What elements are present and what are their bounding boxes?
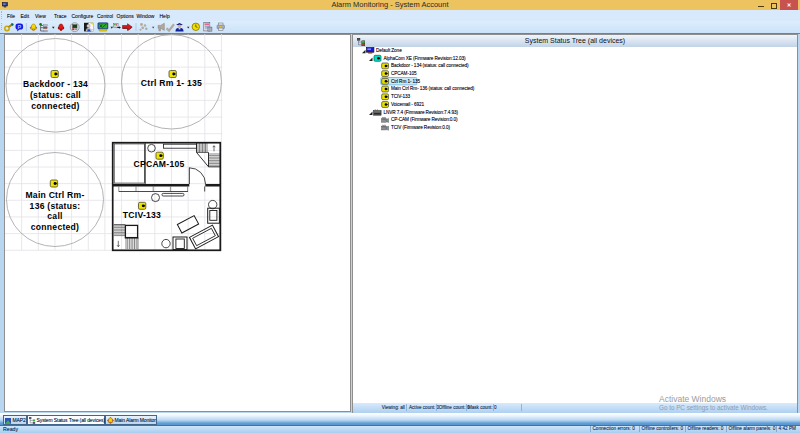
svg-text:connected): connected) <box>31 222 79 232</box>
svg-text:136 (status:: 136 (status: <box>30 201 81 211</box>
svg-text:TCIV-133: TCIV-133 <box>123 210 161 220</box>
svg-text:Main Ctrl Rm-: Main Ctrl Rm- <box>25 190 84 200</box>
svg-text:connected): connected) <box>31 101 79 111</box>
svg-text:call: call <box>47 211 62 221</box>
svg-text:(status: call: (status: call <box>30 90 81 100</box>
svg-text:Ctrl Rm 1- 135: Ctrl Rm 1- 135 <box>141 78 202 88</box>
svg-text:CPCAM-105: CPCAM-105 <box>134 159 185 169</box>
svg-text:Backdoor - 134: Backdoor - 134 <box>23 79 88 89</box>
svg-text:P: P <box>17 24 21 30</box>
